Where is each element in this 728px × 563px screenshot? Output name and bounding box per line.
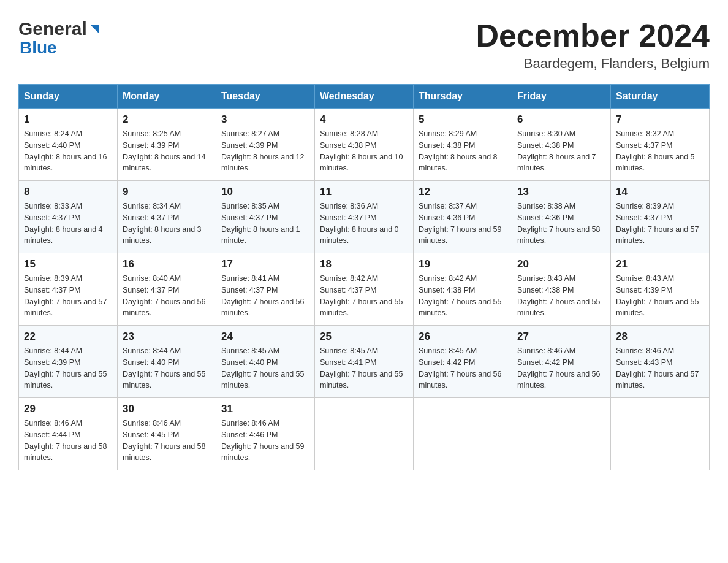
logo: General Blue <box>18 18 102 58</box>
day-number: 8 <box>24 186 112 198</box>
calendar-cell: 23Sunrise: 8:44 AMSunset: 4:40 PMDayligh… <box>118 326 216 398</box>
day-number: 5 <box>419 113 507 126</box>
day-info: Sunrise: 8:42 AMSunset: 4:37 PMDaylight:… <box>320 273 408 319</box>
day-info: Sunrise: 8:29 AMSunset: 4:38 PMDaylight:… <box>419 128 507 174</box>
calendar-cell: 2Sunrise: 8:25 AMSunset: 4:39 PMDaylight… <box>118 109 216 181</box>
svg-marker-0 <box>91 25 99 34</box>
day-number: 19 <box>419 258 507 270</box>
calendar-header-row: SundayMondayTuesdayWednesdayThursdayFrid… <box>19 85 710 109</box>
day-info: Sunrise: 8:41 AMSunset: 4:37 PMDaylight:… <box>221 273 309 319</box>
day-number: 1 <box>24 113 112 126</box>
day-info: Sunrise: 8:43 AMSunset: 4:39 PMDaylight:… <box>616 273 704 319</box>
day-number: 2 <box>123 113 211 126</box>
day-info: Sunrise: 8:38 AMSunset: 4:36 PMDaylight:… <box>517 201 605 247</box>
day-number: 11 <box>320 186 408 198</box>
day-number: 26 <box>419 331 507 343</box>
calendar-header-tuesday: Tuesday <box>216 85 315 109</box>
calendar-cell: 25Sunrise: 8:45 AMSunset: 4:41 PMDayligh… <box>315 326 414 398</box>
calendar-header-monday: Monday <box>118 85 216 109</box>
calendar-week-row: 29Sunrise: 8:46 AMSunset: 4:44 PMDayligh… <box>19 398 710 470</box>
day-info: Sunrise: 8:40 AMSunset: 4:37 PMDaylight:… <box>123 273 211 319</box>
calendar-cell: 22Sunrise: 8:44 AMSunset: 4:39 PMDayligh… <box>19 326 118 398</box>
calendar-cell: 14Sunrise: 8:39 AMSunset: 4:37 PMDayligh… <box>611 181 710 253</box>
day-info: Sunrise: 8:43 AMSunset: 4:38 PMDaylight:… <box>517 273 605 319</box>
day-number: 10 <box>221 186 309 198</box>
calendar-cell: 1Sunrise: 8:24 AMSunset: 4:40 PMDaylight… <box>19 109 118 181</box>
calendar-cell: 8Sunrise: 8:33 AMSunset: 4:37 PMDaylight… <box>19 181 118 253</box>
logo-general-text: General <box>18 18 87 39</box>
calendar-cell: 13Sunrise: 8:38 AMSunset: 4:36 PMDayligh… <box>512 181 611 253</box>
page-header: General Blue December 2024 Baardegem, Fl… <box>18 18 710 72</box>
calendar-header-friday: Friday <box>512 85 611 109</box>
calendar-cell: 19Sunrise: 8:42 AMSunset: 4:38 PMDayligh… <box>414 253 512 326</box>
logo-arrow-icon <box>88 23 102 36</box>
calendar-cell: 3Sunrise: 8:27 AMSunset: 4:39 PMDaylight… <box>216 109 315 181</box>
calendar-cell: 9Sunrise: 8:34 AMSunset: 4:37 PMDaylight… <box>118 181 216 253</box>
calendar-cell: 29Sunrise: 8:46 AMSunset: 4:44 PMDayligh… <box>19 398 118 470</box>
day-number: 17 <box>221 258 309 270</box>
calendar-cell: 17Sunrise: 8:41 AMSunset: 4:37 PMDayligh… <box>216 253 315 326</box>
day-info: Sunrise: 8:33 AMSunset: 4:37 PMDaylight:… <box>24 201 112 247</box>
day-number: 14 <box>616 186 704 198</box>
day-number: 29 <box>24 403 112 415</box>
calendar-header-thursday: Thursday <box>414 85 512 109</box>
calendar-cell: 12Sunrise: 8:37 AMSunset: 4:36 PMDayligh… <box>414 181 512 253</box>
calendar-cell: 15Sunrise: 8:39 AMSunset: 4:37 PMDayligh… <box>19 253 118 326</box>
day-number: 27 <box>517 331 605 343</box>
day-number: 31 <box>221 403 309 415</box>
calendar-cell <box>315 398 414 470</box>
day-number: 30 <box>123 403 211 415</box>
day-info: Sunrise: 8:46 AMSunset: 4:44 PMDaylight:… <box>24 418 112 464</box>
calendar-week-row: 1Sunrise: 8:24 AMSunset: 4:40 PMDaylight… <box>19 109 710 181</box>
day-info: Sunrise: 8:32 AMSunset: 4:37 PMDaylight:… <box>616 128 704 174</box>
day-number: 18 <box>320 258 408 270</box>
day-number: 4 <box>320 113 408 126</box>
calendar-cell: 7Sunrise: 8:32 AMSunset: 4:37 PMDaylight… <box>611 109 710 181</box>
calendar-cell: 10Sunrise: 8:35 AMSunset: 4:37 PMDayligh… <box>216 181 315 253</box>
calendar-cell: 18Sunrise: 8:42 AMSunset: 4:37 PMDayligh… <box>315 253 414 326</box>
day-info: Sunrise: 8:44 AMSunset: 4:40 PMDaylight:… <box>123 345 211 391</box>
calendar-cell: 11Sunrise: 8:36 AMSunset: 4:37 PMDayligh… <box>315 181 414 253</box>
day-number: 23 <box>123 331 211 343</box>
day-number: 28 <box>616 331 704 343</box>
calendar-table: SundayMondayTuesdayWednesdayThursdayFrid… <box>18 84 710 470</box>
calendar-cell: 6Sunrise: 8:30 AMSunset: 4:38 PMDaylight… <box>512 109 611 181</box>
day-info: Sunrise: 8:30 AMSunset: 4:38 PMDaylight:… <box>517 128 605 174</box>
calendar-cell: 21Sunrise: 8:43 AMSunset: 4:39 PMDayligh… <box>611 253 710 326</box>
day-number: 7 <box>616 113 704 126</box>
day-info: Sunrise: 8:27 AMSunset: 4:39 PMDaylight:… <box>221 128 309 174</box>
day-info: Sunrise: 8:46 AMSunset: 4:43 PMDaylight:… <box>616 345 704 391</box>
day-info: Sunrise: 8:39 AMSunset: 4:37 PMDaylight:… <box>24 273 112 319</box>
calendar-cell: 31Sunrise: 8:46 AMSunset: 4:46 PMDayligh… <box>216 398 315 470</box>
day-info: Sunrise: 8:46 AMSunset: 4:42 PMDaylight:… <box>517 345 605 391</box>
day-info: Sunrise: 8:24 AMSunset: 4:40 PMDaylight:… <box>24 128 112 174</box>
day-info: Sunrise: 8:34 AMSunset: 4:37 PMDaylight:… <box>123 201 211 247</box>
day-info: Sunrise: 8:25 AMSunset: 4:39 PMDaylight:… <box>123 128 211 174</box>
calendar-cell: 28Sunrise: 8:46 AMSunset: 4:43 PMDayligh… <box>611 326 710 398</box>
day-info: Sunrise: 8:46 AMSunset: 4:45 PMDaylight:… <box>123 418 211 464</box>
day-info: Sunrise: 8:46 AMSunset: 4:46 PMDaylight:… <box>221 418 309 464</box>
day-number: 22 <box>24 331 112 343</box>
calendar-cell: 27Sunrise: 8:46 AMSunset: 4:42 PMDayligh… <box>512 326 611 398</box>
calendar-cell: 5Sunrise: 8:29 AMSunset: 4:38 PMDaylight… <box>414 109 512 181</box>
calendar-cell: 4Sunrise: 8:28 AMSunset: 4:38 PMDaylight… <box>315 109 414 181</box>
day-info: Sunrise: 8:28 AMSunset: 4:38 PMDaylight:… <box>320 128 408 174</box>
calendar-header-wednesday: Wednesday <box>315 85 414 109</box>
day-info: Sunrise: 8:44 AMSunset: 4:39 PMDaylight:… <box>24 345 112 391</box>
day-number: 13 <box>517 186 605 198</box>
day-number: 20 <box>517 258 605 270</box>
day-number: 12 <box>419 186 507 198</box>
logo-blue-text: Blue <box>20 38 57 58</box>
calendar-header-sunday: Sunday <box>19 85 118 109</box>
day-number: 16 <box>123 258 211 270</box>
day-number: 3 <box>221 113 309 126</box>
calendar-week-row: 8Sunrise: 8:33 AMSunset: 4:37 PMDaylight… <box>19 181 710 253</box>
calendar-cell: 24Sunrise: 8:45 AMSunset: 4:40 PMDayligh… <box>216 326 315 398</box>
month-title: December 2024 <box>476 18 710 53</box>
day-info: Sunrise: 8:35 AMSunset: 4:37 PMDaylight:… <box>221 201 309 247</box>
day-number: 21 <box>616 258 704 270</box>
calendar-header-saturday: Saturday <box>611 85 710 109</box>
calendar-week-row: 22Sunrise: 8:44 AMSunset: 4:39 PMDayligh… <box>19 326 710 398</box>
day-number: 9 <box>123 186 211 198</box>
day-info: Sunrise: 8:45 AMSunset: 4:42 PMDaylight:… <box>419 345 507 391</box>
